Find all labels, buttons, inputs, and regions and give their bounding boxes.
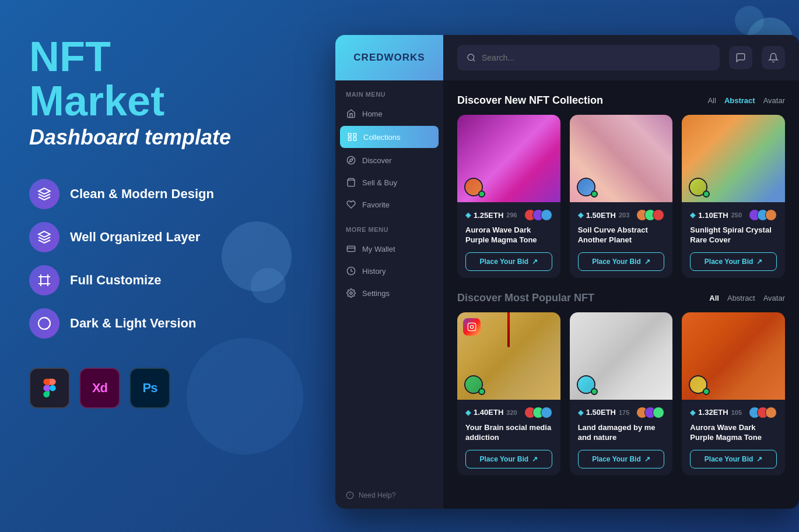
verified-dot-1 [478, 191, 485, 198]
nft-card-body-4: ◈ 1.40ETH 320 Your Brain so [457, 400, 560, 475]
nft-image-soil-curve [570, 115, 673, 202]
discover-label: Discover [362, 156, 392, 165]
nft-price-2: ◈ 1.50ETH 203 [578, 211, 630, 220]
favorite-icon [346, 199, 356, 210]
bid-count-1: 296 [506, 212, 517, 219]
content-area: Discover New NFT Collection All Abstract… [443, 80, 799, 509]
need-help-item[interactable]: Need Help? [335, 482, 443, 509]
info-icon [346, 491, 354, 499]
place-bid-btn-3[interactable]: Place Your Bid ↗ [690, 252, 777, 271]
feature-customize-label: Full Customize [70, 273, 161, 288]
svg-point-20 [470, 325, 473, 328]
bidder-9 [765, 209, 777, 221]
nft-name-5: Land damaged by me and nature [578, 423, 665, 443]
svg-point-8 [347, 156, 355, 164]
nft-card-soil-curve: ◈ 1.50ETH 203 Soil Curve Ab [570, 115, 673, 278]
more-menu-label: More Menu [335, 216, 443, 238]
sidebar-item-collections[interactable]: Collections [340, 126, 439, 148]
sidebar-item-my-wallet[interactable]: My Wallet [335, 238, 443, 260]
place-bid-btn-2[interactable]: Place Your Bid ↗ [578, 252, 665, 271]
svg-line-18 [473, 59, 475, 61]
xd-label: Xd [92, 380, 107, 396]
home-label: Home [362, 110, 383, 118]
price-value-3: 1.10ETH [698, 211, 728, 220]
feature-version-label: Dark & Light Version [70, 316, 196, 331]
discover-icon [346, 155, 356, 165]
chat-button[interactable] [729, 46, 752, 69]
sidebar-item-home[interactable]: Home [335, 103, 443, 125]
clean-icon [37, 187, 51, 201]
dashboard-panel: CREDWORKS Main Menu Home Collections [335, 35, 799, 509]
filter-abstract-1[interactable]: Abstract [724, 95, 755, 106]
history-label: History [362, 267, 386, 276]
ps-label: Ps [143, 380, 157, 396]
section-title-2: Discover Most Popular NFT [457, 292, 594, 304]
figma-badge [29, 368, 70, 408]
bidder-avatars-1 [524, 209, 552, 221]
svg-rect-4 [348, 133, 351, 136]
bidder-avatars-3 [749, 209, 777, 221]
history-icon [346, 266, 356, 276]
svg-rect-7 [353, 138, 356, 140]
place-bid-btn-6[interactable]: Place Your Bid ↗ [690, 450, 777, 468]
price-value-6: 1.32ETH [698, 408, 728, 417]
notifications-button[interactable] [762, 46, 785, 69]
topbar-icons [729, 46, 785, 69]
bid-count-4: 320 [506, 409, 517, 416]
verified-dot-4 [478, 388, 485, 395]
price-value-2: 1.50ETH [586, 211, 616, 220]
filter-tabs-1: All Abstract Avatar [707, 95, 785, 106]
place-bid-btn-4[interactable]: Place Your Bid ↗ [465, 450, 552, 468]
version-icon [37, 316, 51, 330]
app-title-line2: Market [29, 79, 303, 124]
nft-price-5: ◈ 1.50ETH 175 [578, 408, 630, 417]
verified-dot-2 [591, 191, 598, 198]
app-title-line1: NFT [29, 35, 303, 79]
filter-avatar-2[interactable]: Avatar [763, 293, 785, 304]
place-bid-btn-5[interactable]: Place Your Bid ↗ [578, 450, 665, 468]
sidebar-item-discover[interactable]: Discover [335, 149, 443, 171]
main-menu-label: Main Menu [335, 80, 443, 103]
sidebar-item-favorite[interactable]: Favorite [335, 193, 443, 216]
verified-dot-6 [703, 388, 710, 395]
collections-label: Collections [363, 133, 401, 142]
search-input[interactable] [482, 53, 710, 62]
sidebar-item-history[interactable]: History [335, 260, 443, 282]
sidebar-item-sell-buy[interactable]: Sell & Buy [335, 171, 443, 193]
search-bar[interactable] [457, 45, 720, 71]
crop-icon [37, 273, 51, 287]
home-icon [346, 108, 356, 119]
place-bid-btn-1[interactable]: Place Your Bid ↗ [465, 252, 552, 271]
settings-icon [346, 288, 356, 298]
bid-count-3: 250 [731, 212, 742, 219]
feature-clean: Clean & Modern Design [29, 179, 303, 209]
wallet-icon [346, 244, 356, 254]
eth-icon-5: ◈ [578, 408, 583, 417]
filter-all-1[interactable]: All [707, 95, 716, 106]
price-value-4: 1.40ETH [474, 408, 503, 417]
filter-avatar-1[interactable]: Avatar [763, 95, 785, 106]
collections-icon [347, 132, 358, 142]
bg-bubble-right-2 [735, 6, 764, 35]
svg-marker-9 [349, 158, 353, 162]
nft-image-aurora2 [682, 312, 785, 400]
price-value-5: 1.50ETH [586, 408, 616, 417]
instagram-icon [467, 322, 476, 332]
left-panel: NFT Market Dashboard template Clean & Mo… [0, 0, 332, 532]
layer-icon [37, 230, 51, 244]
topbar [443, 35, 799, 80]
filter-all-2[interactable]: All [709, 293, 719, 304]
sidebar-item-settings[interactable]: Settings [335, 282, 443, 304]
svg-rect-11 [347, 246, 355, 251]
feature-clean-label: Clean & Modern Design [70, 186, 214, 202]
favorite-label: Favorite [362, 200, 390, 209]
svg-marker-0 [38, 231, 50, 237]
nft-name-2: Soil Curve Abstract Another Planet [578, 226, 665, 245]
section-header-1: Discover New NFT Collection All Abstract… [457, 94, 785, 107]
filter-abstract-2[interactable]: Abstract [727, 293, 755, 304]
search-icon [467, 53, 476, 62]
app-subtitle: Dashboard template [29, 125, 303, 150]
nft-name-6: Aurora Wave Dark Purple Magma Tone [690, 423, 777, 443]
nft-card-brain: ◈ 1.40ETH 320 Your Brain so [457, 312, 560, 475]
layer-icon-bg [29, 222, 59, 252]
